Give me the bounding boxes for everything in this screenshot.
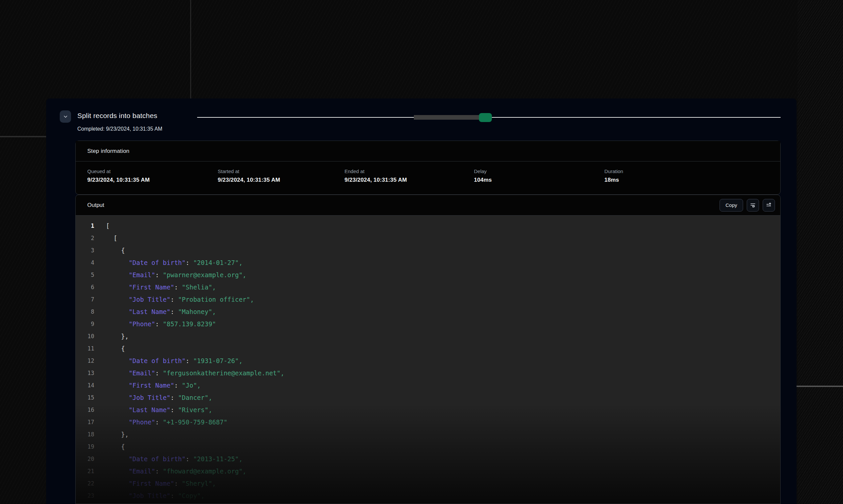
code-line: 13 "Email": "fergusonkatherine@example.n… — [76, 367, 780, 379]
connector-line-left — [0, 136, 46, 137]
output-card: Output Copy — [75, 195, 780, 504]
code-lines: 1[2 [3 {4 "Date of birth": "2014-01-27",… — [76, 220, 780, 502]
chevron-down-icon — [63, 114, 68, 119]
output-header: Output Copy — [76, 195, 780, 216]
code-text: "First Name": "Jo", — [106, 379, 201, 392]
line-number: 2 — [76, 232, 94, 245]
code-text: "Phone": "857.139.8239" — [106, 318, 216, 330]
connector-line-right — [796, 385, 843, 387]
line-number: 10 — [76, 330, 94, 343]
line-number: 5 — [76, 269, 94, 281]
code-text: { — [106, 343, 125, 355]
page-title: Split records into batches — [77, 112, 157, 120]
line-number: 7 — [76, 293, 94, 306]
line-number: 17 — [76, 416, 94, 428]
line-number: 21 — [76, 465, 94, 478]
line-number: 9 — [76, 318, 94, 330]
scroll-to-top-button[interactable] — [763, 199, 775, 212]
timeline-buffer-segment — [414, 115, 479, 120]
step-status-text: Completed: 9/23/2024, 10:31:35 AM — [77, 126, 162, 132]
code-line: 22 "First Name": "Sheryl", — [76, 478, 780, 490]
code-line: 4 "Date of birth": "2014-01-27", — [76, 257, 780, 269]
code-line: 20 "Date of birth": "2013-11-25", — [76, 453, 780, 465]
step-information-card: Step information Queued at 9/23/2024, 10… — [75, 141, 780, 195]
canvas-background: { "step_panel": { "title": "Split record… — [0, 0, 843, 504]
code-text: }, — [106, 428, 129, 441]
code-text: "Date of birth": "2013-11-25", — [106, 453, 243, 465]
meta-label: Duration — [604, 168, 769, 174]
code-line: 17 "Phone": "+1-950-759-8687" — [76, 416, 780, 428]
line-number: 23 — [76, 490, 94, 502]
meta-label: Delay — [474, 168, 604, 174]
step-details-panel: Split records into batches Completed: 9/… — [46, 98, 796, 504]
line-number: 18 — [76, 428, 94, 441]
line-number: 16 — [76, 404, 94, 416]
meta-value: 9/23/2024, 10:31:35 AM — [218, 177, 344, 183]
code-text: { — [106, 245, 125, 257]
output-title: Output — [87, 202, 104, 209]
line-number: 1 — [76, 220, 94, 232]
step-information-header: Step information — [76, 141, 780, 161]
code-text: "Date of birth": "2014-01-27", — [106, 257, 243, 269]
line-number: 11 — [76, 343, 94, 355]
code-text: "Email": "pwarner@example.org", — [106, 269, 246, 281]
output-code-viewer[interactable]: 1[2 [3 {4 "Date of birth": "2014-01-27",… — [76, 216, 780, 504]
code-text: "First Name": "Shelia", — [106, 281, 216, 293]
timeline-thumb[interactable] — [479, 113, 492, 122]
copy-button[interactable]: Copy — [720, 199, 743, 212]
background-texture-right — [797, 0, 843, 504]
collapse-step-button[interactable] — [60, 110, 71, 123]
scroll-to-top-icon — [766, 202, 772, 208]
code-text: "Phone": "+1-950-759-8687" — [106, 416, 227, 428]
code-line: 19 { — [76, 441, 780, 453]
meta-label: Queued at — [87, 168, 218, 174]
line-number: 15 — [76, 392, 94, 404]
line-number: 12 — [76, 355, 94, 367]
code-line: 23 "Job Title": "Copy", — [76, 490, 780, 502]
wrap-text-button[interactable] — [747, 199, 759, 212]
meta-value: 18ms — [604, 177, 769, 183]
code-line: 8 "Last Name": "Mahoney", — [76, 306, 780, 318]
code-line: 11 { — [76, 343, 780, 355]
code-text: "Email": "fhoward@example.org", — [106, 465, 246, 478]
meta-duration: Duration 18ms — [604, 168, 769, 183]
meta-delay: Delay 104ms — [474, 168, 604, 183]
meta-label: Ended at — [344, 168, 474, 174]
line-number: 20 — [76, 453, 94, 465]
code-line: 21 "Email": "fhoward@example.org", — [76, 465, 780, 478]
line-number: 8 — [76, 306, 94, 318]
output-actions: Copy — [720, 199, 775, 212]
code-line: 2 [ — [76, 232, 780, 245]
line-number: 4 — [76, 257, 94, 269]
code-line: 7 "Job Title": "Probation officer", — [76, 293, 780, 306]
code-text: "First Name": "Sheryl", — [106, 478, 216, 490]
code-line: 9 "Phone": "857.139.8239" — [76, 318, 780, 330]
line-number: 13 — [76, 367, 94, 379]
code-line: 12 "Date of birth": "1931-07-26", — [76, 355, 780, 367]
code-text: "Email": "fergusonkatherine@example.net"… — [106, 367, 285, 379]
line-number: 6 — [76, 281, 94, 293]
meta-value: 9/23/2024, 10:31:35 AM — [87, 177, 218, 183]
meta-started-at: Started at 9/23/2024, 10:31:35 AM — [218, 168, 344, 183]
line-number: 14 — [76, 379, 94, 392]
code-line: 5 "Email": "pwarner@example.org", — [76, 269, 780, 281]
code-text: [ — [106, 232, 117, 245]
line-number: 19 — [76, 441, 94, 453]
meta-queued-at: Queued at 9/23/2024, 10:31:35 AM — [87, 168, 218, 183]
code-text: "Last Name": "Mahoney", — [106, 306, 216, 318]
code-text: [ — [106, 220, 109, 232]
meta-value: 9/23/2024, 10:31:35 AM — [344, 177, 474, 183]
line-number: 3 — [76, 245, 94, 257]
code-text: "Job Title": "Probation officer", — [106, 293, 254, 306]
code-line: 16 "Last Name": "Rivers", — [76, 404, 780, 416]
meta-value: 104ms — [474, 177, 604, 183]
code-text: "Job Title": "Copy", — [106, 490, 204, 502]
step-information-title: Step information — [87, 148, 130, 155]
connector-line-vertical — [190, 0, 191, 99]
code-text: "Last Name": "Rivers", — [106, 404, 212, 416]
code-text: { — [106, 441, 125, 453]
line-number: 22 — [76, 478, 94, 490]
code-text: "Job Title": "Dancer", — [106, 392, 212, 404]
step-metadata-row: Queued at 9/23/2024, 10:31:35 AM Started… — [76, 161, 780, 183]
meta-label: Started at — [218, 168, 344, 174]
